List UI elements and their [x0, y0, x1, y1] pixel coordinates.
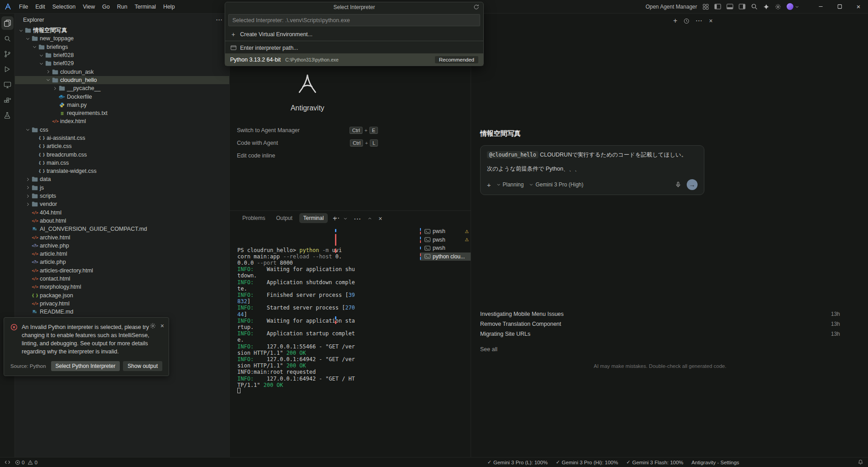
history-item[interactable]: Investigating Mobile Menu Issues 13h [480, 309, 840, 319]
history-icon[interactable] [684, 18, 689, 24]
model-dropdown[interactable]: Gemini 3 Pro (High) [529, 181, 583, 188]
account-menu[interactable] [787, 3, 799, 10]
activity-bar-icon[interactable] [1, 32, 14, 45]
enter-path-option[interactable]: Enter interpreter path... [225, 42, 483, 53]
history-item[interactable]: Remove Translation Component 13h [480, 319, 840, 329]
tree-item[interactable]: 情報空間写真 [15, 26, 229, 34]
tree-item[interactable]: cloudrun_ask [15, 67, 229, 76]
layout-panel-icon[interactable] [726, 4, 733, 10]
create-venv-option[interactable]: + Create Virtual Environment... [225, 29, 483, 40]
menu-item[interactable]: Terminal [131, 2, 160, 11]
terminal-tab[interactable]: pwsh ⚠ [420, 227, 471, 236]
agent-manager-grid-icon[interactable] [703, 4, 709, 10]
tree-item[interactable]: </> index.html [15, 117, 229, 125]
send-button[interactable]: → [687, 179, 698, 190]
status-bar-item[interactable]: ✓ Antigravity - Settings [692, 460, 739, 465]
terminal-tab[interactable]: python clou... ⚠ [420, 253, 471, 261]
tree-item[interactable]: </> contact.html [15, 275, 229, 283]
new-terminal-icon[interactable]: + [333, 214, 337, 223]
tree-item[interactable]: M↓ AI_CONVERSION_GUIDE_COMPACT.md [15, 225, 229, 233]
tree-item[interactable]: briefings [15, 43, 229, 51]
select-python-interpreter-button[interactable]: Select Python Interpreter [51, 361, 120, 371]
layout-sidebar-right-icon[interactable] [739, 4, 745, 10]
tree-item[interactable]: { } breadcrumb.css [15, 150, 229, 158]
tree-item[interactable]: ≡ requirements.txt [15, 109, 229, 117]
terminal-tab[interactable]: pwsh ⚠ [420, 236, 471, 244]
activity-bar-icon[interactable] [1, 78, 14, 91]
menu-item[interactable]: Go [99, 2, 113, 11]
tree-item[interactable]: </> about.html [15, 217, 229, 225]
panel-more-actions-icon[interactable]: ··· [354, 215, 361, 222]
menu-item[interactable]: Selection [49, 2, 79, 11]
planning-dropdown[interactable]: Planning [496, 181, 524, 188]
see-all-link[interactable]: See all [480, 346, 840, 353]
panel-tab[interactable]: Output [272, 213, 297, 223]
menu-item[interactable]: Help [160, 2, 179, 11]
gemini-icon[interactable] [763, 4, 769, 10]
tree-item[interactable]: { } article.css [15, 142, 229, 150]
tree-item[interactable]: js [15, 184, 229, 192]
activity-bar-icon[interactable] [1, 93, 14, 107]
tree-item[interactable]: { } ai-assistant.css [15, 134, 229, 142]
panel-tab[interactable]: Problems [238, 213, 269, 223]
tree-item[interactable]: <?> archive.php [15, 242, 229, 250]
attach-icon[interactable]: + [487, 181, 491, 189]
minimize-button[interactable] [811, 0, 830, 14]
tree-item[interactable]: brief028 [15, 51, 229, 59]
settings-gear-icon[interactable] [775, 4, 781, 10]
tree-item[interactable]: css [15, 126, 229, 134]
remote-indicator-icon[interactable] [5, 459, 10, 465]
tree-item[interactable]: </> 404.html [15, 209, 229, 217]
notification-settings-icon[interactable] [150, 323, 156, 329]
microphone-icon[interactable] [675, 181, 681, 188]
tree-item[interactable]: main.py [15, 101, 229, 109]
tree-item[interactable]: </> morphology.html [15, 283, 229, 291]
menu-item[interactable]: Edit [32, 2, 49, 11]
tree-item[interactable]: M↓ README.md [15, 308, 229, 316]
terminal-tab[interactable]: pwsh ⚠ [420, 244, 471, 253]
close-panel-icon[interactable]: × [378, 215, 382, 222]
tree-item[interactable]: data [15, 175, 229, 183]
menu-item[interactable]: File [15, 2, 32, 11]
tree-item[interactable]: </> privacy.html [15, 300, 229, 308]
status-bar-item[interactable]: ✓ Gemini 3 Pro (L): 100% [487, 459, 547, 465]
agent-more-icon[interactable]: ··· [696, 18, 703, 24]
activity-bar-icon[interactable] [1, 62, 14, 76]
layout-sidebar-left-icon[interactable] [714, 4, 721, 10]
tree-item[interactable]: </> archive.html [15, 233, 229, 241]
tree-item[interactable]: cloudrun_hello [15, 76, 229, 84]
history-item[interactable]: Migrating Site URLs 13h [480, 329, 840, 339]
tree-item[interactable]: { } main.css [15, 159, 229, 167]
tree-item[interactable]: { } package.json [15, 291, 229, 300]
tree-item[interactable]: new_toppage [15, 34, 229, 43]
tree-item[interactable]: { } translate-widget.css [15, 167, 229, 175]
activity-bar-icon[interactable] [1, 109, 14, 122]
terminal-profile-chevron-icon[interactable] [343, 216, 348, 221]
activity-bar-icon[interactable] [1, 47, 14, 61]
tree-item[interactable]: </> articles-directory.html [15, 267, 229, 275]
chat-message-card[interactable]: @cloudrun_hello CLOUDRUNで実行するためのコードを記載して… [480, 145, 704, 195]
new-conversation-icon[interactable]: + [673, 17, 677, 25]
maximize-button[interactable] [830, 0, 849, 14]
activity-bar-icon[interactable] [1, 16, 14, 30]
menu-item[interactable]: View [79, 2, 99, 11]
status-bar-item[interactable]: ✓ Gemini 3 Pro (Hi): 100% [556, 459, 618, 465]
close-notification-icon[interactable]: × [160, 322, 164, 329]
tree-item[interactable]: __pycache__ [15, 84, 229, 92]
tree-item[interactable]: Dockerfile [15, 92, 229, 100]
interpreter-input[interactable]: Selected Interpreter: .\.venv\Scripts\py… [228, 14, 480, 26]
mention-chip[interactable]: @cloudrun_hello [487, 151, 538, 158]
tree-item[interactable]: vendor [15, 200, 229, 208]
panel-tab[interactable]: Terminal [299, 213, 328, 223]
refresh-icon[interactable] [473, 4, 479, 10]
status-bar-item[interactable]: ✓ Gemini 3 Flash: 100% [626, 459, 683, 465]
maximize-panel-icon[interactable] [368, 216, 372, 221]
notifications-bell-icon[interactable] [858, 459, 863, 465]
tree-item[interactable]: </> article.html [15, 250, 229, 258]
close-button[interactable]: × [849, 0, 868, 14]
more-actions-icon[interactable]: ··· [216, 17, 223, 23]
close-agent-panel-icon[interactable]: × [709, 17, 712, 24]
tree-item[interactable]: <?> article.php [15, 258, 229, 266]
menu-item[interactable]: Run [113, 2, 131, 11]
open-agent-manager-label[interactable]: Open Agent Manager [646, 4, 697, 10]
